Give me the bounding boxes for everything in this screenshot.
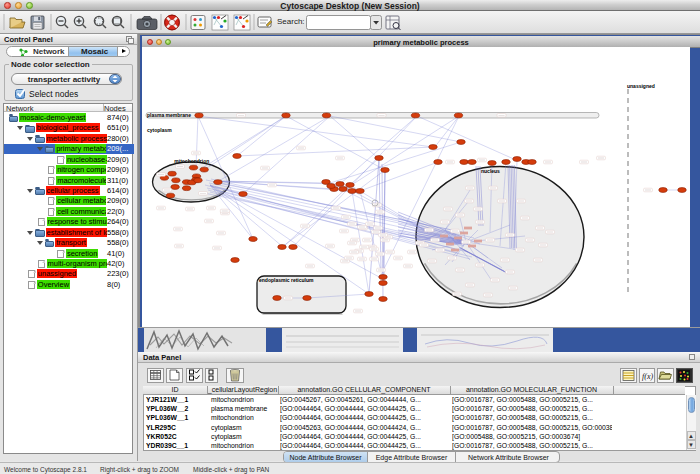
svg-text:unassigned: unassigned — [627, 83, 655, 89]
svg-text:nucleus: nucleus — [481, 168, 500, 174]
svg-text:plasma membrane: plasma membrane — [147, 112, 191, 118]
svg-text:f(x): f(x) — [642, 372, 653, 381]
svg-text:cytoplasm: cytoplasm — [147, 127, 172, 133]
svg-text:endoplasmic reticulum: endoplasmic reticulum — [259, 277, 314, 283]
svg-text:mitochondrion: mitochondrion — [174, 158, 209, 164]
